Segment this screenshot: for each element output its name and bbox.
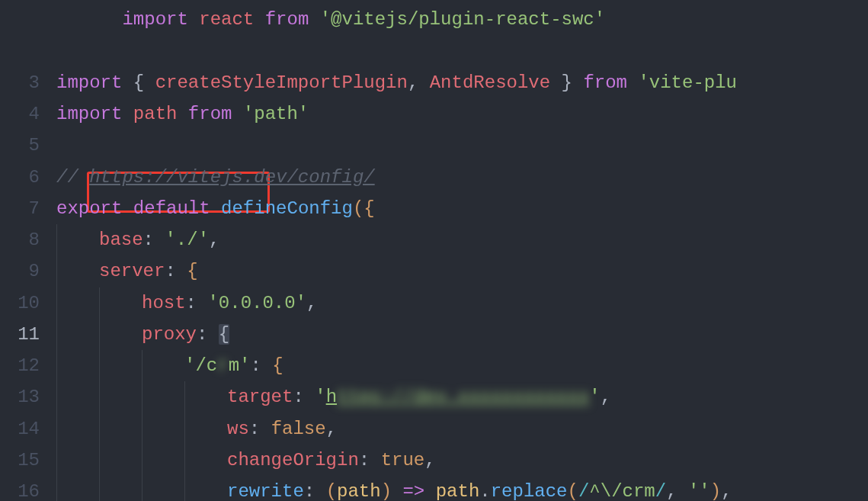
line-number: 4 (0, 98, 56, 130)
redacted-url: ttps://dev.xxxxxxxxxxxx (337, 381, 589, 413)
code-content[interactable]: server: { (56, 255, 868, 287)
line-number: 3 (0, 67, 56, 98)
code-content[interactable]: changeOrigin: true, (56, 445, 868, 476)
code-content[interactable] (56, 130, 868, 161)
code-line[interactable]: 2 import react from '@vitejs/plugin-reac… (0, 0, 868, 67)
code-content[interactable]: export default defineConfig({ (56, 193, 868, 224)
code-content[interactable]: proxy: { (56, 319, 868, 350)
code-content[interactable]: base: './', (56, 224, 868, 255)
code-content[interactable]: target: 'https://dev.xxxxxxxxxxxx', (56, 381, 868, 413)
line-number: 8 (0, 224, 56, 255)
code-line[interactable]: 5 (0, 130, 868, 161)
code-content[interactable]: import react from '@vitejs/plugin-react-… (56, 0, 868, 67)
line-number: 9 (0, 255, 56, 287)
line-number: 7 (0, 193, 56, 224)
code-content[interactable]: rewrite: (path) => path.replace(/^\/crm/… (56, 476, 868, 501)
code-content[interactable]: // https://vitejs.dev/config/ (56, 162, 868, 193)
code-line[interactable]: 11 proxy: { (0, 319, 868, 350)
line-number: 13 (0, 381, 56, 413)
line-number: 15 (0, 445, 56, 476)
code-content[interactable]: '/crm': { (56, 350, 868, 381)
code-content[interactable]: import { createStyleImportPlugin, AntdRe… (56, 67, 868, 98)
code-line[interactable]: 15 changeOrigin: true, (0, 445, 868, 476)
line-number: 6 (0, 162, 56, 193)
code-line[interactable]: 9 server: { (0, 255, 868, 287)
line-number: 14 (0, 413, 56, 445)
code-line[interactable]: 12 '/crm': { (0, 350, 868, 381)
line-number: 11 (0, 319, 56, 350)
line-number: 2 (0, 0, 56, 67)
line-number: 12 (0, 350, 56, 381)
code-line[interactable]: 6 // https://vitejs.dev/config/ (0, 162, 868, 193)
code-line[interactable]: 16 rewrite: (path) => path.replace(/^\/c… (0, 476, 868, 501)
code-line[interactable]: 3 import { createStyleImportPlugin, Antd… (0, 67, 868, 98)
code-line[interactable]: 14 ws: false, (0, 413, 868, 445)
code-line[interactable]: 8 base: './', (0, 224, 868, 255)
code-content[interactable]: import path from 'path' (56, 98, 868, 130)
line-number: 10 (0, 287, 56, 319)
code-line[interactable]: 13 target: 'https://dev.xxxxxxxxxxxx', (0, 381, 868, 413)
code-line[interactable]: 7 export default defineConfig({ (0, 193, 868, 224)
code-line[interactable]: 4 import path from 'path' (0, 98, 868, 130)
code-line[interactable]: 10 host: '0.0.0.0', (0, 287, 868, 319)
line-number: 5 (0, 130, 56, 161)
line-number: 16 (0, 476, 56, 501)
code-content[interactable]: host: '0.0.0.0', (56, 287, 868, 319)
code-editor[interactable]: 2 import react from '@vitejs/plugin-reac… (0, 0, 868, 501)
code-content[interactable]: ws: false, (56, 413, 868, 445)
